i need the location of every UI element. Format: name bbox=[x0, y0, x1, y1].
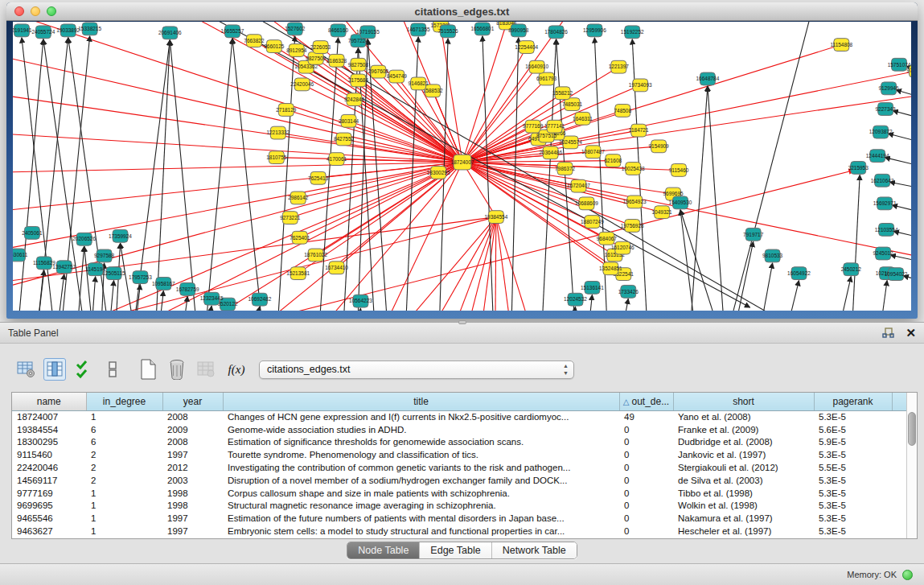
graph-node[interactable]: 20691406 bbox=[158, 27, 182, 39]
graph-node[interactable]: 8427552 bbox=[334, 133, 355, 146]
graph-node[interactable]: 19384554 bbox=[484, 211, 507, 224]
graph-node[interactable]: 10688609 bbox=[575, 197, 598, 210]
graph-node[interactable]: 2226053 bbox=[310, 41, 331, 54]
row-height-icon[interactable] bbox=[101, 358, 124, 381]
graph-node[interactable]: 1527602 bbox=[285, 23, 306, 35]
graph-node[interactable]: 15136141 bbox=[581, 282, 604, 295]
graph-node[interactable]: 2967608 bbox=[368, 65, 389, 78]
graph-node[interactable]: 4170061 bbox=[326, 153, 347, 166]
network-canvas[interactable]: 1830029597350211115480810493219699695911… bbox=[13, 22, 911, 311]
graph-node[interactable]: 2191941 bbox=[13, 24, 32, 37]
graph-node[interactable]: 9810533 bbox=[762, 249, 783, 262]
graph-node[interactable]: 20206526 bbox=[72, 233, 96, 245]
graph-node[interactable]: 16640910 bbox=[525, 60, 548, 73]
close-window-icon[interactable] bbox=[14, 6, 24, 16]
table-row[interactable]: 946554611997Estimation of the future num… bbox=[12, 512, 907, 525]
graph-node[interactable]: 2718129 bbox=[276, 104, 297, 117]
graph-node[interactable]: 15213581 bbox=[286, 267, 310, 280]
column-header-year[interactable]: year bbox=[162, 393, 223, 410]
graph-node[interactable]: 12213332 bbox=[266, 126, 290, 139]
graph-node[interactable]: 10958167 bbox=[152, 278, 175, 290]
graph-node[interactable]: 13942757 bbox=[52, 261, 76, 274]
graph-node[interactable]: 8466160 bbox=[328, 24, 349, 37]
graph-node[interactable]: 2803144 bbox=[339, 114, 359, 127]
graph-node[interactable]: 16054922 bbox=[787, 267, 811, 280]
column-header-name[interactable]: name bbox=[12, 393, 86, 410]
graph-node[interactable]: 2450212 bbox=[841, 263, 862, 276]
table-row[interactable]: 911546021997Tourette syndrome. Phenomeno… bbox=[12, 448, 907, 461]
graph-node[interactable]: 9297588 bbox=[94, 249, 115, 262]
graph-node[interactable]: 8912954 bbox=[286, 44, 307, 57]
window-titlebar[interactable]: citations_edges.txt bbox=[6, 2, 918, 21]
graph-node[interactable]: 2986142 bbox=[288, 192, 309, 204]
graph-node[interactable]: 9245012 bbox=[873, 247, 894, 260]
column-header-in-degree[interactable]: in_degree bbox=[86, 393, 162, 410]
table-row[interactable]: 977716911998Corpus callosum shape and si… bbox=[12, 487, 907, 500]
show-columns-icon[interactable] bbox=[43, 358, 66, 381]
graph-node[interactable]: 12093872 bbox=[869, 126, 893, 138]
graph-node[interactable]: 9530611 bbox=[13, 249, 28, 262]
graph-node[interactable]: 7663822 bbox=[244, 35, 265, 47]
graph-node[interactable]: 2405061 bbox=[22, 226, 43, 239]
graph-node[interactable]: 7625401 bbox=[290, 231, 310, 244]
graph-node[interactable]: 7986372 bbox=[555, 163, 576, 175]
graph-node[interactable]: 17359924 bbox=[109, 229, 132, 242]
panel-splitter-handle[interactable] bbox=[458, 320, 466, 324]
graph-node[interactable]: 7515526 bbox=[437, 25, 458, 38]
graph-node[interactable]: 14671355 bbox=[407, 23, 430, 36]
zoom-window-icon[interactable] bbox=[47, 6, 56, 16]
graph-node[interactable]: 16734410 bbox=[325, 262, 348, 274]
new-table-icon[interactable] bbox=[137, 358, 159, 381]
table-row[interactable]: 969969511998Structural magnetic resonanc… bbox=[12, 500, 907, 513]
graph-node[interactable]: 9273221 bbox=[280, 212, 301, 225]
table-row[interactable]: 1938455462009Genome-wide association stu… bbox=[12, 423, 907, 436]
graph-node[interactable]: 8186328 bbox=[326, 54, 347, 67]
graph-node[interactable]: 15192252 bbox=[621, 26, 644, 39]
graph-node[interactable]: 24055724 bbox=[31, 26, 55, 39]
graph-node[interactable]: 7625413 bbox=[308, 171, 329, 184]
float-window-icon[interactable] bbox=[882, 328, 894, 339]
graph-node[interactable]: 16210643 bbox=[871, 174, 894, 187]
graph-node[interactable]: 1810755 bbox=[266, 151, 287, 164]
graph-node[interactable]: 19734093 bbox=[629, 79, 652, 92]
minimize-window-icon[interactable] bbox=[31, 6, 40, 16]
graph-node[interactable]: 9242848 bbox=[344, 93, 365, 106]
column-header-short[interactable]: short bbox=[673, 393, 814, 410]
graph-node[interactable]: 9129946 bbox=[879, 82, 900, 95]
graph-node[interactable]: 15338215 bbox=[78, 23, 101, 35]
table-scrollbar[interactable] bbox=[906, 393, 917, 538]
graph-node[interactable]: 9146821 bbox=[409, 77, 429, 90]
graph-node[interactable]: 748508 bbox=[614, 105, 631, 117]
close-panel-icon[interactable]: ✕ bbox=[906, 327, 916, 339]
graph-node[interactable]: 3215953 bbox=[848, 162, 869, 175]
table-row[interactable]: 1456911722003Disruption of a novel membe… bbox=[12, 474, 907, 487]
graph-node[interactable]: 9660125 bbox=[264, 40, 285, 53]
table-row[interactable]: 1830029562008Estimation of significance … bbox=[12, 436, 907, 449]
graph-node[interactable]: 10655257 bbox=[221, 25, 244, 38]
graph-node[interactable]: 10025438 bbox=[622, 163, 645, 175]
graph-node[interactable]: 9115460 bbox=[669, 164, 689, 177]
graph-node[interactable]: 1646311 bbox=[573, 112, 593, 125]
graph-node[interactable]: 1184721 bbox=[629, 124, 649, 137]
graph-node[interactable]: 9684067 bbox=[597, 232, 618, 245]
graph-node[interactable]: 12024532 bbox=[564, 293, 587, 306]
graph-node[interactable]: 12444194 bbox=[866, 150, 889, 163]
column-header-out-de-[interactable]: △out_de... bbox=[619, 393, 673, 410]
graph-node[interactable]: 1733426 bbox=[618, 285, 639, 298]
table-row[interactable]: 946362711997Embryonic stem cells: a mode… bbox=[12, 525, 907, 538]
graph-node[interactable]: 11154808 bbox=[830, 39, 852, 51]
graph-node[interactable]: 10692482 bbox=[248, 293, 271, 306]
graph-node[interactable]: 7919717 bbox=[743, 228, 764, 241]
graph-node[interactable]: 12505115 bbox=[102, 267, 125, 280]
table-row[interactable]: 1872400712008Changes of HCN gene express… bbox=[12, 410, 907, 423]
memory-status-icon[interactable] bbox=[902, 570, 913, 580]
graph-node[interactable]: 8990958 bbox=[508, 24, 529, 37]
graph-node[interactable]: 1145194 bbox=[85, 263, 105, 276]
tab-network-table[interactable]: Network Table bbox=[491, 542, 577, 558]
tab-node-table[interactable]: Node Table bbox=[347, 542, 419, 558]
graph-node[interactable]: 12959906 bbox=[583, 24, 606, 37]
graph-node[interactable]: 621608 bbox=[605, 154, 622, 167]
graph-node[interactable]: 15692971 bbox=[873, 197, 897, 210]
graph-node[interactable]: 10807487 bbox=[581, 146, 605, 159]
table-mode-icon[interactable] bbox=[14, 358, 37, 381]
